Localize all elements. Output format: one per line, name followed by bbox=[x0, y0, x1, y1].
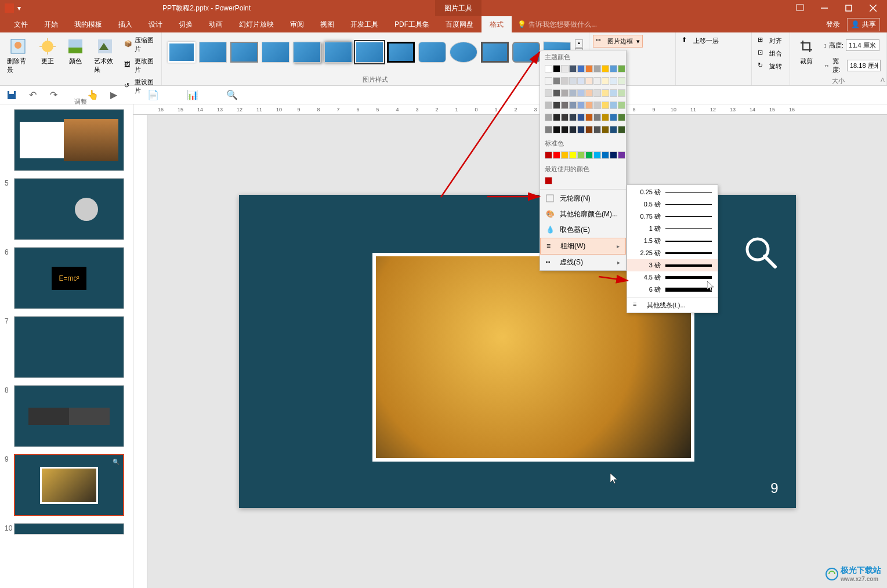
eyedropper-item[interactable]: 💧取色器(E) bbox=[540, 222, 626, 238]
color-swatch[interactable] bbox=[553, 65, 560, 72]
tab-home[interactable]: 开始 bbox=[36, 16, 66, 33]
color-swatch[interactable] bbox=[610, 101, 617, 109]
color-swatch[interactable] bbox=[577, 101, 585, 109]
color-swatch[interactable] bbox=[577, 151, 585, 159]
style-thumb[interactable] bbox=[293, 42, 321, 63]
tab-review[interactable]: 审阅 bbox=[282, 16, 312, 33]
change-picture-button[interactable]: 🖼更改图片 bbox=[122, 56, 158, 75]
picture-border-button[interactable]: ✏图片边框▾ bbox=[593, 35, 643, 48]
color-swatch[interactable] bbox=[593, 126, 601, 133]
weight-option[interactable]: 3 磅 bbox=[627, 259, 718, 271]
weight-item[interactable]: ≡粗细(W)▸ bbox=[540, 238, 626, 255]
color-swatch[interactable] bbox=[553, 126, 560, 133]
collapse-ribbon-icon[interactable]: ᐱ bbox=[881, 77, 885, 83]
color-swatch[interactable] bbox=[610, 151, 617, 159]
color-swatch[interactable] bbox=[569, 101, 577, 109]
width-field[interactable]: ↔宽度: bbox=[821, 56, 883, 75]
tell-me-search[interactable]: 💡 告诉我您想要做什么... bbox=[517, 20, 597, 30]
color-swatch[interactable] bbox=[545, 126, 552, 133]
color-swatch[interactable] bbox=[585, 77, 593, 85]
color-swatch[interactable] bbox=[561, 89, 569, 97]
scroll-up-icon[interactable]: ▴ bbox=[575, 39, 583, 48]
color-swatch[interactable] bbox=[545, 77, 552, 85]
color-swatch[interactable] bbox=[585, 65, 593, 72]
color-swatch[interactable] bbox=[553, 89, 560, 97]
style-thumb[interactable] bbox=[512, 42, 540, 63]
color-swatch[interactable] bbox=[585, 101, 593, 109]
maximize-button[interactable] bbox=[837, 0, 860, 16]
color-swatch[interactable] bbox=[561, 101, 569, 109]
color-swatch[interactable] bbox=[602, 89, 609, 97]
color-swatch[interactable] bbox=[569, 126, 577, 133]
color-swatch[interactable] bbox=[553, 151, 560, 159]
group-button[interactable]: ⊡组合 bbox=[755, 48, 784, 59]
color-swatch[interactable] bbox=[585, 89, 593, 97]
weight-option[interactable]: 0.5 磅 bbox=[627, 198, 718, 210]
tab-baidu[interactable]: 百度网盘 bbox=[437, 16, 481, 33]
style-thumb[interactable] bbox=[262, 42, 289, 63]
color-swatch[interactable] bbox=[618, 77, 625, 85]
color-swatch[interactable] bbox=[593, 65, 601, 72]
remove-background-button[interactable]: 删除背景 bbox=[3, 35, 32, 77]
color-swatch[interactable] bbox=[577, 114, 585, 121]
slide-thumbnails-panel[interactable]: 5 6E=mc² 7 8 9🔍 10 bbox=[0, 104, 133, 588]
style-thumb[interactable] bbox=[168, 42, 195, 63]
color-swatch[interactable] bbox=[585, 126, 593, 133]
style-thumb[interactable] bbox=[418, 42, 446, 63]
slide-thumb-9[interactable]: 🔍 bbox=[14, 454, 124, 516]
color-swatch[interactable] bbox=[577, 89, 585, 97]
style-thumb[interactable] bbox=[324, 42, 352, 63]
bring-forward-button[interactable]: ⬆上移一层 bbox=[679, 35, 721, 46]
color-swatch[interactable] bbox=[545, 151, 552, 159]
qa-dropdown-icon[interactable]: ▾ bbox=[17, 4, 21, 12]
rotate-button[interactable]: ↻旋转 bbox=[755, 60, 784, 72]
color-swatch[interactable] bbox=[593, 77, 601, 85]
color-swatch[interactable] bbox=[553, 114, 560, 121]
color-swatch[interactable] bbox=[593, 101, 601, 109]
color-swatch[interactable] bbox=[593, 89, 601, 97]
slide-thumb-6[interactable]: E=mc² bbox=[14, 247, 124, 309]
weight-option[interactable]: 1.5 磅 bbox=[627, 235, 718, 247]
corrections-button[interactable]: 更正 bbox=[35, 35, 60, 68]
ribbon-display-icon[interactable] bbox=[788, 0, 812, 16]
minimize-button[interactable] bbox=[813, 0, 836, 16]
color-swatch[interactable] bbox=[585, 151, 593, 159]
slide-thumb-5[interactable] bbox=[14, 178, 124, 240]
color-swatch[interactable] bbox=[618, 89, 625, 97]
artistic-effects-button[interactable]: 艺术效果 bbox=[90, 35, 120, 77]
color-swatch[interactable] bbox=[593, 114, 601, 121]
color-swatch[interactable] bbox=[545, 101, 552, 109]
color-swatch[interactable] bbox=[618, 65, 625, 72]
weight-option[interactable]: 6 磅 bbox=[627, 284, 718, 296]
color-swatch[interactable] bbox=[561, 77, 569, 85]
color-swatch[interactable] bbox=[545, 177, 552, 184]
color-swatch[interactable] bbox=[545, 65, 552, 72]
crop-button[interactable]: 裁剪 bbox=[794, 35, 819, 68]
color-swatch[interactable] bbox=[610, 89, 617, 97]
slide-thumb-10[interactable] bbox=[14, 523, 124, 535]
tab-transitions[interactable]: 切换 bbox=[171, 16, 201, 33]
style-thumb[interactable] bbox=[356, 42, 383, 63]
color-swatch[interactable] bbox=[577, 77, 585, 85]
tab-design[interactable]: 设计 bbox=[140, 16, 171, 33]
color-button[interactable]: 颜色 bbox=[63, 35, 88, 68]
color-swatch[interactable] bbox=[553, 101, 560, 109]
picture-styles-gallery[interactable]: ▴ ▾ ▾ bbox=[165, 35, 585, 70]
color-swatch[interactable] bbox=[569, 114, 577, 121]
color-swatch[interactable] bbox=[561, 151, 569, 159]
slide-thumb-8[interactable] bbox=[14, 385, 124, 447]
color-swatch[interactable] bbox=[577, 65, 585, 72]
color-swatch[interactable] bbox=[618, 126, 625, 133]
tab-file[interactable]: 文件 bbox=[6, 16, 36, 33]
tab-animations[interactable]: 动画 bbox=[201, 16, 231, 33]
color-swatch[interactable] bbox=[618, 101, 625, 109]
color-swatch[interactable] bbox=[602, 151, 609, 159]
more-colors-item[interactable]: 🎨其他轮廓颜色(M)... bbox=[540, 206, 626, 222]
tab-format[interactable]: 格式 bbox=[481, 16, 512, 33]
login-link[interactable]: 登录 bbox=[826, 20, 840, 30]
style-thumb[interactable] bbox=[481, 42, 509, 63]
color-swatch[interactable] bbox=[569, 65, 577, 72]
weight-option[interactable]: 0.25 磅 bbox=[627, 186, 718, 198]
height-input[interactable] bbox=[846, 39, 879, 51]
color-swatch[interactable] bbox=[561, 126, 569, 133]
